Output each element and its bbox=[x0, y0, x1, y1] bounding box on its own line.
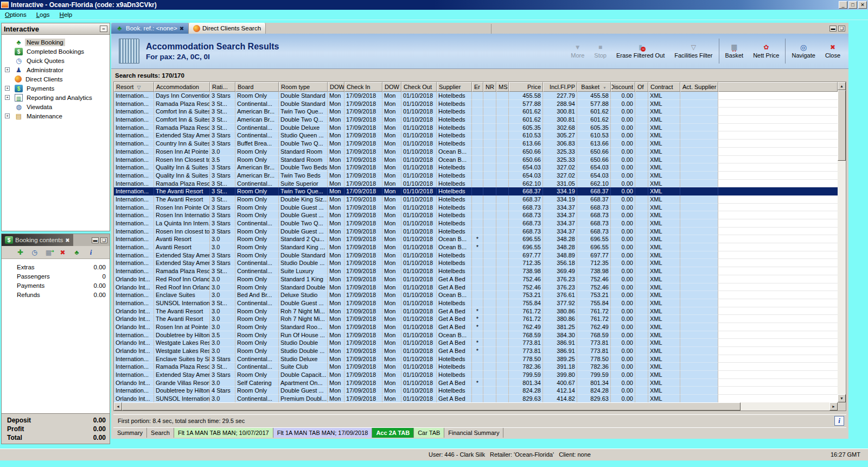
close-icon[interactable]: ✖ bbox=[65, 237, 69, 243]
table-row[interactable]: Internation...Ramada Plaza Resort...3 St… bbox=[114, 180, 838, 188]
table-row[interactable]: Internation...Avanti Resort3.0Room OnlyS… bbox=[114, 243, 838, 251]
view-restore-button[interactable]: ❏ bbox=[838, 26, 845, 31]
table-row[interactable]: Orlando Int...Westgate Lakes Res...3.0Ro… bbox=[114, 339, 838, 347]
panel-minimize-button[interactable]: ▬ bbox=[92, 237, 99, 243]
table-row[interactable]: Orlando Int...The Avanti Resort3.0Room O… bbox=[114, 315, 838, 323]
table-row[interactable]: Internation...Doubletree by Hilton ...3.… bbox=[114, 331, 838, 339]
info-button[interactable] bbox=[834, 416, 844, 426]
bottom-tab-financial-summary[interactable]: Financial Summary bbox=[444, 428, 503, 438]
table-row[interactable]: Internation...La Quinta Inn Intern...3 S… bbox=[114, 219, 838, 228]
sidebar-item-direct-clients[interactable]: Direct Clients bbox=[2, 74, 110, 84]
palm-icon[interactable] bbox=[73, 249, 81, 256]
column-header-board[interactable]: Board bbox=[235, 82, 279, 92]
table-row[interactable]: Orlando Int...Westgate Lakes Res...3.0Ro… bbox=[114, 347, 838, 355]
sidebar-item-reporting-and-analytics[interactable]: +Reporting and Analytics bbox=[2, 93, 110, 102]
tab-close-icon[interactable]: ✖ bbox=[180, 26, 184, 31]
table-row[interactable]: Internation...SUNSOL Internationa...3 St… bbox=[114, 299, 838, 307]
horizontal-scroll-thumb[interactable] bbox=[122, 402, 741, 411]
vertical-scrollbar[interactable]: ▲ ▼ bbox=[838, 82, 846, 402]
booking-item-extras[interactable]: Extras0.00 bbox=[2, 262, 110, 272]
tab-book-ref-none[interactable]: Book. ref.: <none>✖ bbox=[111, 23, 189, 34]
cart-add-icon[interactable] bbox=[44, 249, 53, 256]
sidebar-collapse-button[interactable]: − bbox=[100, 26, 107, 32]
clock-globe-icon[interactable] bbox=[30, 249, 39, 256]
sidebar-item-maintenance[interactable]: +Maintenance bbox=[2, 111, 110, 121]
column-header-check-out[interactable]: Check Out bbox=[401, 82, 437, 92]
expand-icon[interactable]: + bbox=[5, 95, 10, 100]
scroll-right-icon[interactable]: ► bbox=[829, 402, 838, 411]
booking-item-passengers[interactable]: Passengers0 bbox=[2, 272, 110, 281]
column-header-rati[interactable]: Rati... bbox=[210, 82, 235, 92]
column-header-basket[interactable]: Basket bbox=[577, 82, 611, 92]
table-row[interactable]: Internation...Ramada Plaza Resort...3 St… bbox=[114, 363, 838, 371]
menu-item-help[interactable]: Help bbox=[55, 10, 78, 20]
table-row[interactable]: Internation...Quality Inn & Suites3 Star… bbox=[114, 172, 838, 180]
table-row[interactable]: Internation...The Avanti Resort3 St...Ro… bbox=[114, 187, 838, 195]
horizontal-scrollbar[interactable]: ◄ ► bbox=[114, 402, 838, 411]
facilities-filter-button[interactable]: Facilities Filter bbox=[669, 34, 717, 68]
expand-icon[interactable]: + bbox=[5, 67, 10, 72]
menu-item-logs[interactable]: Logs bbox=[31, 10, 55, 20]
bottom-tab-acc-2a-tab[interactable]: Acc 2A TAB bbox=[372, 428, 414, 438]
table-row[interactable]: Internation...Extended Stay Ameri...3 St… bbox=[114, 371, 838, 379]
table-row[interactable]: Internation...Extended Stay Ameri...3 St… bbox=[114, 259, 838, 267]
sidebar-item-payments[interactable]: +Payments bbox=[2, 84, 110, 93]
scroll-left-icon[interactable]: ◄ bbox=[114, 402, 122, 411]
plus-icon[interactable] bbox=[16, 249, 24, 256]
tab-direct-clients-search[interactable]: Direct Clients Search bbox=[189, 23, 266, 34]
navigate-button[interactable]: Navigate bbox=[787, 34, 820, 68]
panel-restore-button[interactable]: ❏ bbox=[100, 237, 107, 243]
table-row[interactable]: Internation...Rosen Inn Pointe Orl...3 S… bbox=[114, 204, 838, 212]
expand-icon[interactable]: + bbox=[5, 86, 10, 91]
column-header-incl-fl-pp[interactable]: Incl.Fl.PP bbox=[543, 82, 577, 92]
column-header-resort[interactable]: Resort bbox=[114, 82, 154, 92]
sidebar-item-completed-bookings[interactable]: Completed Bookings bbox=[2, 47, 110, 56]
column-header-dow[interactable]: DOW bbox=[382, 82, 401, 92]
table-row[interactable]: Orlando Int...Red Roof Inn Orland...3.0R… bbox=[114, 275, 838, 283]
sidebar-item-quick-quotes[interactable]: Quick Quotes bbox=[2, 56, 110, 65]
scroll-up-icon[interactable]: ▲ bbox=[838, 82, 846, 90]
filter-icon[interactable] bbox=[135, 83, 143, 91]
maximize-button[interactable]: □ bbox=[848, 1, 857, 9]
table-row[interactable]: Internation...Days Inn Convention...3 St… bbox=[114, 92, 838, 100]
table-row[interactable]: Internation...Enclave Suites by Sk...3 S… bbox=[114, 355, 838, 363]
table-row[interactable]: Internation...Enclave Suites3.0Bed And B… bbox=[114, 291, 838, 299]
table-row[interactable]: Internation...Rosen Inn Closest to...3.5… bbox=[114, 156, 838, 164]
table-row[interactable]: Internation...Ramada Plaza Resort...3 St… bbox=[114, 124, 838, 132]
bottom-tab-car-tab[interactable]: Car TAB bbox=[414, 428, 444, 438]
bottom-tab-summary[interactable]: Summary bbox=[113, 428, 147, 438]
basket-button[interactable]: Basket bbox=[720, 34, 749, 68]
table-row[interactable]: Internation...Doubletree by Hilton ...4 … bbox=[114, 387, 838, 395]
close-red-icon[interactable] bbox=[59, 249, 67, 256]
column-header-supplier[interactable]: Supplier bbox=[437, 82, 472, 92]
table-row[interactable]: Internation...The Avanti Resort3 St...Ro… bbox=[114, 195, 838, 204]
column-header-act-supplier[interactable]: Act. Supplier bbox=[680, 82, 718, 92]
table-row[interactable]: Internation...Rosen Inn International3 S… bbox=[114, 211, 838, 219]
column-header-room-type[interactable]: Room type bbox=[279, 82, 328, 92]
column-header-price[interactable]: Price bbox=[509, 82, 543, 92]
table-row[interactable]: Internation...Quality Inn & Suites3 Star… bbox=[114, 163, 838, 172]
bottom-tab-flt-1a-man-tab-man-10-07-2017[interactable]: Flt 1A MAN TAB MAN; 10/07/2017 bbox=[174, 428, 273, 438]
bottom-tab-search[interactable]: Search bbox=[147, 428, 174, 438]
table-row[interactable]: Orlando Int...Rosen Inn at Pointe ...3.0… bbox=[114, 323, 838, 331]
menu-item-options[interactable]: Options bbox=[0, 10, 31, 20]
close-button[interactable]: ✕ bbox=[858, 1, 867, 9]
column-header-nr[interactable]: NR bbox=[483, 82, 496, 92]
view-minimize-button[interactable]: ▬ bbox=[829, 26, 837, 31]
vertical-scroll-thumb[interactable] bbox=[838, 90, 846, 161]
expand-icon[interactable]: + bbox=[5, 113, 10, 118]
table-row[interactable]: Orlando Int...Red Roof Inn Orland...3.0R… bbox=[114, 283, 838, 292]
booking-contents-tab[interactable]: Booking contents ✖ bbox=[2, 234, 73, 246]
column-header-dow[interactable]: DOW bbox=[328, 82, 344, 92]
minimize-button[interactable]: _ bbox=[839, 1, 847, 9]
table-row[interactable]: Internation...Extended Stay Ameri...3 St… bbox=[114, 131, 838, 140]
column-header-er[interactable]: Er bbox=[472, 82, 483, 92]
column-header-ms[interactable]: MS bbox=[496, 82, 509, 92]
erase-filtered-out-button[interactable]: Erase Filtered Out bbox=[611, 34, 669, 68]
table-row[interactable]: Internation...Comfort Inn & Suites...3 S… bbox=[114, 108, 838, 116]
bottom-tab-flt-1a-man-tab-man-17-09-2018[interactable]: Flt 1A MAN TAB MAN; 17/09/2018 bbox=[273, 428, 373, 438]
column-header-contract[interactable]: Contract bbox=[648, 82, 680, 92]
column-header-discount[interactable]: Discount bbox=[611, 82, 635, 92]
table-row[interactable]: Internation...Avanti Resort3.0Room OnlyS… bbox=[114, 235, 838, 243]
booking-item-refunds[interactable]: Refunds0.00 bbox=[2, 290, 110, 299]
